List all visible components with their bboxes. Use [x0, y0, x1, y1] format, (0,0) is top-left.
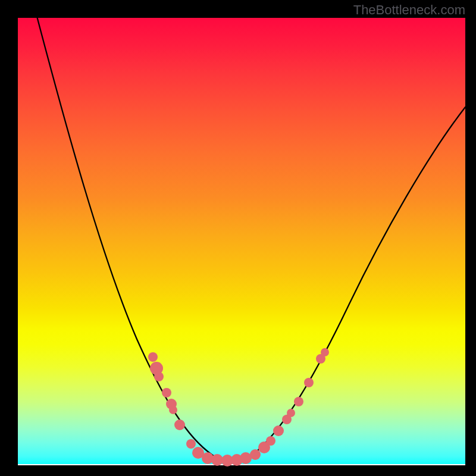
data-marker [186, 439, 196, 449]
bottleneck-curve [36, 12, 465, 462]
data-marker [321, 348, 329, 356]
data-marker [304, 378, 314, 387]
data-marker [162, 388, 171, 397]
data-marker [154, 372, 164, 381]
chart-overlay [18, 18, 465, 465]
watermark-text: TheBottleneck.com [353, 2, 465, 18]
data-marker [211, 454, 223, 466]
data-marker [287, 409, 295, 417]
data-marker [148, 352, 158, 362]
data-marker [169, 406, 177, 414]
data-marker [266, 436, 275, 446]
data-marker [240, 452, 252, 464]
data-marker [273, 425, 284, 436]
marker-group [148, 348, 329, 466]
chart-frame: TheBottleneck.com [0, 0, 476, 476]
data-marker [250, 449, 261, 460]
data-marker [294, 397, 303, 406]
data-marker [174, 419, 185, 430]
